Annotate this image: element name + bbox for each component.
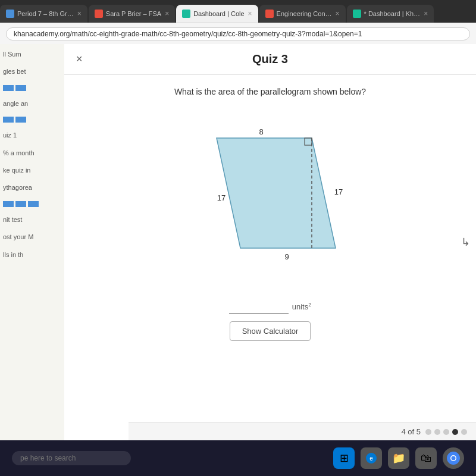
sidebar-blue-rect5	[3, 201, 14, 207]
right-side-label: 17	[334, 187, 343, 196]
dot-1	[425, 429, 431, 435]
sidebar-item-angles-bet: gles bet	[3, 67, 62, 76]
answer-input-row: units2	[229, 299, 311, 314]
sidebar-item-quiz1: uiz 1	[3, 131, 62, 140]
store-taskbar-icon[interactable]: 🛍	[415, 447, 437, 469]
tab-icon-dashboard	[182, 10, 190, 18]
address-bar	[0, 23, 476, 44]
tab-icon-period7	[6, 10, 14, 18]
tab-sara[interactable]: Sara P Brier – FSA ×	[89, 5, 175, 23]
sidebar-blue-rect	[3, 85, 14, 91]
dot-4	[452, 429, 458, 435]
windows-taskbar-icon[interactable]: ⊞	[333, 447, 355, 469]
sidebar-item-unit-test: nit test	[3, 215, 62, 224]
tab-kh-dashboard[interactable]: * Dashboard | Kh… ×	[347, 5, 434, 23]
answer-area: units2 Show Calculator	[82, 299, 458, 341]
dot-2	[434, 429, 440, 435]
svg-text:e: e	[369, 455, 373, 462]
sidebar-item-take-quiz: ke quiz in	[3, 166, 62, 175]
browser-chrome: Period 7 – 8th Gr… × Sara P Brier – FSA …	[0, 0, 476, 44]
taskbar-search-input[interactable]	[12, 451, 131, 465]
svg-point-4	[452, 456, 456, 461]
tab-engineering[interactable]: Engineering Con… ×	[259, 5, 346, 23]
diagram-container: 8 17 17 9	[82, 108, 458, 287]
edge-taskbar-icon[interactable]: e	[361, 447, 382, 469]
sidebar-item-pyth-img	[3, 201, 62, 207]
tab-close-period7[interactable]: ×	[77, 10, 82, 18]
tab-close-engineering[interactable]: ×	[336, 10, 340, 18]
show-calculator-button[interactable]: Show Calculator	[230, 321, 311, 341]
taskbar-icons: ⊞ e 📁 🛍	[333, 447, 464, 469]
units-label: units2	[292, 302, 311, 311]
dot-3	[443, 429, 449, 435]
sidebar-blue-rect4	[15, 117, 26, 123]
chrome-taskbar-icon[interactable]	[443, 447, 464, 469]
question-text: What is the area of the parallelogram sh…	[82, 87, 458, 96]
quiz-close-button[interactable]: ×	[76, 53, 83, 65]
sidebar-item-pythagorea: ythagorea	[3, 183, 62, 192]
sidebar-item-percent: % a month	[3, 149, 62, 158]
tab-bar: Period 7 – 8th Gr… × Sara P Brier – FSA …	[0, 0, 476, 23]
bottom-label: 9	[284, 252, 289, 261]
quiz-title: Quiz 3	[252, 52, 288, 66]
quiz-body: What is the area of the parallelogram sh…	[64, 75, 476, 353]
sidebar-item-post: ost your M	[3, 233, 62, 242]
sidebar-blue-rect3	[3, 117, 14, 123]
sidebar-item-angle-an: angle an	[3, 99, 62, 108]
sidebar-blue-rect7	[28, 201, 39, 207]
dot-5	[461, 429, 467, 435]
progress-bar-area: 4 of 5	[129, 422, 476, 440]
tab-dashboard[interactable]: Dashboard | Cole ×	[176, 5, 258, 23]
sidebar-item-angle-img	[3, 117, 62, 123]
sidebar-item-skills: lls in th	[3, 250, 62, 259]
left-side-label: 17	[217, 193, 226, 202]
page-content: ll Sum gles bet angle an uiz 1 % a month…	[0, 44, 476, 440]
tab-icon-kh	[353, 10, 361, 18]
tab-icon-engineering	[265, 10, 274, 18]
quiz-modal: × Quiz 3 What is the area of the paralle…	[64, 44, 476, 440]
tab-close-kh[interactable]: ×	[424, 10, 428, 18]
progress-dots	[425, 429, 467, 435]
sidebar-blue-rect6	[15, 201, 26, 207]
sidebar-blue-rect2	[15, 85, 26, 91]
parallelogram-shape	[217, 138, 336, 248]
tab-icon-sara	[95, 10, 103, 18]
progress-text: 4 of 5	[401, 427, 421, 436]
quiz-header: × Quiz 3	[64, 44, 476, 75]
address-input[interactable]	[6, 27, 470, 40]
sidebar: ll Sum gles bet angle an uiz 1 % a month…	[0, 44, 65, 440]
tab-close-dashboard[interactable]: ×	[248, 10, 252, 18]
folder-taskbar-icon[interactable]: 📁	[388, 447, 409, 469]
tab-period7[interactable]: Period 7 – 8th Gr… ×	[0, 5, 87, 23]
answer-input[interactable]	[229, 299, 289, 314]
parallelogram-diagram: 8 17 17 9	[169, 108, 371, 287]
tab-close-sara[interactable]: ×	[165, 10, 169, 18]
cursor-hint: ↳	[461, 236, 470, 249]
sidebar-item-angles-img	[3, 85, 62, 91]
taskbar: ⊞ e 📁 🛍	[0, 440, 476, 476]
base-label: 8	[259, 127, 263, 136]
sidebar-item-sum: ll Sum	[3, 50, 62, 59]
